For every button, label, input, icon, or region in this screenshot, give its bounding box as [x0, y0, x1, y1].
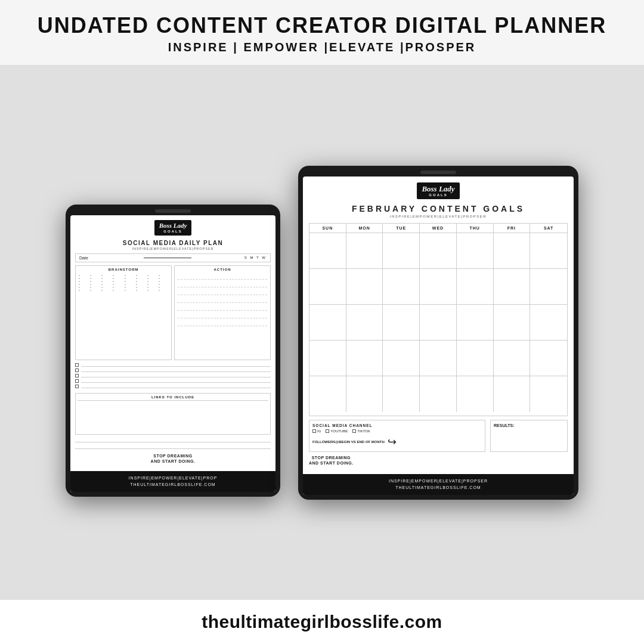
dot: [101, 287, 103, 288]
checkbox-list: [75, 363, 271, 390]
cal-cell: [530, 305, 567, 340]
action-line: [178, 275, 267, 280]
dot: [79, 278, 80, 279]
dot: [147, 284, 148, 285]
cal-cell: [383, 305, 420, 340]
links-content: [78, 402, 268, 432]
checkbox-item: [75, 369, 271, 372]
dot: [125, 275, 126, 276]
dot: [79, 284, 80, 285]
cal-day-wed: WED: [420, 224, 457, 233]
cal-cell: [494, 305, 531, 340]
cal-cell: [494, 376, 531, 412]
date-label: Date: [79, 256, 88, 260]
cal-cell: [420, 340, 457, 376]
stop-dreaming-right: STOP DREAMING AND START DOING.: [309, 455, 354, 467]
right-tablet-footer: INSPIRE|EMPOWER|ELEVATE|PROPSER THEULTIM…: [303, 474, 574, 494]
cal-day-tue: TUE: [383, 224, 420, 233]
cal-cell: [420, 269, 457, 304]
left-logo-area: Boss Lady GOALS: [75, 220, 271, 236]
dot: [136, 284, 137, 285]
dot: [113, 284, 114, 285]
cal-row: [309, 376, 567, 412]
checkbox: [75, 385, 79, 388]
dot: [125, 278, 126, 279]
dot: [159, 275, 160, 276]
cal-day-thu: THU: [457, 224, 494, 233]
cal-cell: [309, 305, 346, 340]
dot: [90, 287, 91, 288]
dot: [113, 275, 114, 276]
cal-row: [309, 340, 567, 376]
cal-day-mon: MON: [346, 224, 383, 233]
left-page-title: SOCIAL MEDIA DAILY PLAN: [75, 240, 271, 246]
ig-checkbox[interactable]: [312, 429, 316, 433]
links-label: LINKS TO INCLUDE: [78, 395, 268, 401]
main-content: Boss Lady GOALS SOCIAL MEDIA DAILY PLAN …: [0, 66, 644, 599]
dot: [147, 275, 148, 276]
checkbox: [75, 363, 79, 367]
left-tablet: Boss Lady GOALS SOCIAL MEDIA DAILY PLAN …: [66, 205, 280, 497]
bottom-lines: [75, 438, 271, 451]
right-footer-line2: THEULTIMATEGIRLBOSSLIFE.COM: [306, 484, 570, 491]
feb-subtitle: INSPIRE|EMPOWER|ELEVATE|PROPSER: [309, 215, 568, 218]
links-section: LINKS TO INCLUDE: [75, 393, 271, 435]
cal-cell: [309, 376, 346, 412]
dot: [147, 290, 148, 291]
dot: [136, 281, 137, 282]
cal-header: SUN MON TUE WED THU FRI SAT: [309, 224, 567, 233]
cal-cell: [420, 233, 457, 268]
cal-cell: [309, 233, 346, 268]
stop-dreaming: STOP DREAMING AND START DOING.: [75, 453, 271, 465]
tiktok-label: TIKTOK: [357, 429, 370, 433]
cal-cell: [346, 305, 383, 340]
bottom-row-right: STOP DREAMING AND START DOING.: [309, 455, 568, 467]
bottom-line: [75, 444, 271, 449]
checkbox: [75, 369, 79, 372]
cb-line: [81, 385, 271, 388]
left-footer-line1: INSPIRE|EMPOWER|ELEVATE|PROP: [74, 475, 272, 481]
cal-cell: [346, 340, 383, 376]
cal-cell: [383, 376, 420, 412]
dot: [101, 284, 103, 285]
dot: [159, 287, 160, 288]
website-footer: theultimategirlbosslife.com: [0, 599, 644, 644]
action-line: [178, 283, 267, 287]
cal-cell: [530, 233, 567, 268]
checkbox-item: [75, 379, 271, 383]
right-screen: Boss Lady GOALS FEBRUARY CONTENT GOALS I…: [303, 177, 574, 495]
start-text: AND START DOING.: [151, 459, 196, 463]
tiktok-checkbox[interactable]: [352, 429, 356, 433]
dot: [125, 281, 126, 282]
action-line: [178, 290, 267, 295]
left-screen: Boss Lady GOALS SOCIAL MEDIA DAILY PLAN …: [70, 215, 275, 492]
dot: [79, 287, 80, 288]
ig-checkbox-item: IG: [312, 429, 321, 433]
tiktok-checkbox-item: TIKTOK: [352, 429, 370, 433]
dot: [147, 281, 148, 282]
cal-body: [309, 233, 567, 412]
cal-cell: [530, 269, 567, 304]
dot: [101, 278, 103, 279]
dot: [136, 287, 137, 288]
checkbox: [75, 379, 79, 383]
checkbox-item: [75, 374, 271, 377]
bottom-line: [75, 438, 271, 442]
youtube-checkbox-item: YOUTUBE: [326, 429, 348, 433]
cal-cell: [457, 269, 494, 304]
action-label: ACTION: [177, 268, 268, 271]
cal-cell: [494, 340, 531, 376]
action-line: [178, 314, 267, 318]
dot: [159, 290, 160, 291]
results-box: RESULTS:: [490, 420, 568, 452]
cal-cell: [309, 340, 346, 376]
cal-cell: [420, 305, 457, 340]
cal-cell: [420, 376, 457, 412]
dot: [125, 284, 126, 285]
cal-cell: [346, 269, 383, 304]
cal-day-sun: SUN: [309, 224, 346, 233]
dot: [79, 275, 80, 276]
social-channel-box: SOCIAL MEDIA CHANNEL IG YOUTUBE: [309, 420, 485, 452]
youtube-checkbox[interactable]: [326, 429, 329, 433]
cal-day-sat: SAT: [530, 224, 567, 233]
